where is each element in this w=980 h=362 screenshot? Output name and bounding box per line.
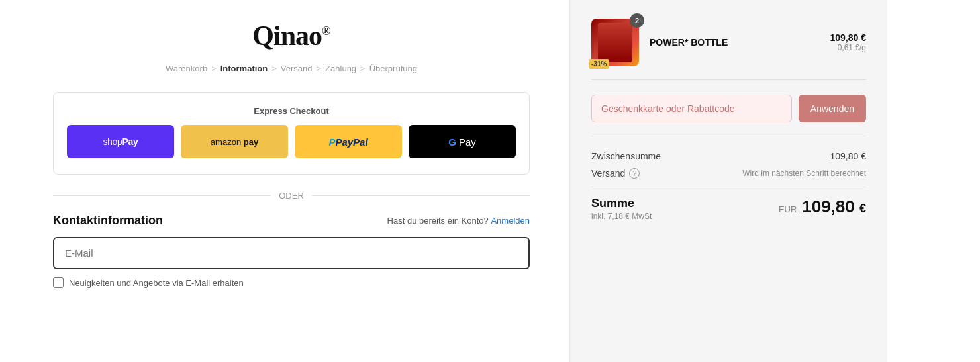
express-checkout-title: Express Checkout — [67, 106, 516, 116]
shoppay-button[interactable]: shopPay — [67, 125, 174, 158]
coupon-input[interactable] — [591, 95, 792, 122]
breadcrumb-sep-2: > — [271, 64, 277, 73]
paypal-label: PPayPal — [328, 136, 368, 148]
email-input[interactable] — [65, 248, 518, 259]
subtotal-label: Zwischensumme — [591, 151, 661, 161]
total-price-area: EUR 109,80 € — [779, 197, 866, 217]
coupon-row: Anwenden — [591, 95, 866, 136]
shipping-row: Versand ? Wird im nächsten Schritt berec… — [591, 168, 866, 179]
breadcrumb-sep-1: > — [211, 64, 217, 73]
breadcrumb-versand[interactable]: Versand — [281, 64, 313, 73]
coupon-apply-button[interactable]: Anwenden — [799, 95, 866, 122]
total-label: Summe — [591, 197, 652, 210]
logo-reg: ® — [322, 24, 330, 38]
total-row: Summe inkl. 7,18 € MwSt EUR 109,80 € — [591, 197, 866, 221]
newsletter-checkbox[interactable] — [53, 277, 64, 288]
or-label: ODER — [279, 191, 304, 201]
product-image-wrapper: 2 -31% — [591, 19, 639, 66]
breadcrumb-warenkorb[interactable]: Warenkorb — [166, 64, 207, 73]
badge-quantity: 2 — [630, 13, 644, 28]
total-amount: 109,80 € — [802, 197, 866, 216]
logo-area: Qinao® — [53, 20, 530, 52]
breadcrumb-sep-4: > — [360, 64, 366, 73]
product-price: 109,80 € — [830, 32, 867, 43]
product-row: 2 -31% POWER* BOTTLE 109,80 € 0,61 €/g — [591, 19, 866, 80]
amazonpay-button[interactable]: amazon pay — [181, 125, 288, 158]
shoppay-label: shopPay — [103, 136, 138, 147]
login-prompt: Hast du bereits ein Konto? Anmelden — [387, 216, 530, 226]
product-info: POWER* BOTTLE — [650, 37, 820, 48]
logo: Qinao® — [53, 20, 530, 52]
or-divider: ODER — [53, 191, 530, 201]
shipping-value: Wird im nächsten Schritt berechnet — [742, 169, 866, 178]
right-panel: 2 -31% POWER* BOTTLE 109,80 € 0,61 €/g A… — [569, 0, 887, 362]
total-label-area: Summe inkl. 7,18 € MwSt — [591, 197, 652, 221]
badge-discount: -31% — [589, 59, 609, 69]
total-tax: inkl. 7,18 € MwSt — [591, 212, 652, 221]
gpay-label: G Pay — [448, 136, 476, 148]
contact-section-title: Kontaktinformation — [53, 214, 163, 228]
subtotal-value: 109,80 € — [830, 151, 867, 161]
gpay-button[interactable]: G Pay — [409, 125, 516, 158]
newsletter-label: Neuigkeiten und Angebote via E-Mail erha… — [69, 278, 244, 288]
breadcrumb-zahlung[interactable]: Zahlung — [325, 64, 356, 73]
left-panel: Qinao® Warenkorb > Information > Versand… — [0, 0, 569, 362]
login-link[interactable]: Anmelden — [491, 216, 530, 226]
newsletter-row: Neuigkeiten und Angebote via E-Mail erha… — [53, 277, 530, 288]
breadcrumb-information[interactable]: Information — [220, 64, 268, 73]
breadcrumb: Warenkorb > Information > Versand > Zahl… — [53, 64, 530, 73]
summary-divider — [591, 187, 866, 187]
breadcrumb-ueberpruefung[interactable]: Überprüfung — [369, 64, 417, 73]
logo-text: Qinao — [252, 21, 322, 51]
product-price-area: 109,80 € 0,61 €/g — [830, 32, 867, 52]
paypal-button[interactable]: PPayPal — [295, 125, 402, 158]
shipping-label: Versand ? — [591, 168, 640, 179]
payment-buttons: shopPay amazon pay PPayPal G Pay — [67, 125, 516, 158]
contact-section-header: Kontaktinformation Hast du bereits ein K… — [53, 214, 530, 228]
express-checkout-container: Express Checkout shopPay amazon pay PPay… — [53, 92, 530, 175]
shipping-help-icon[interactable]: ? — [629, 168, 640, 179]
product-price-sub: 0,61 €/g — [830, 43, 867, 52]
email-input-wrapper[interactable] — [53, 237, 530, 269]
total-currency: EUR — [779, 204, 797, 214]
amazonpay-label: amazon pay — [211, 137, 258, 147]
product-image-inner — [598, 23, 632, 62]
product-name: POWER* BOTTLE — [650, 37, 820, 48]
subtotal-row: Zwischensumme 109,80 € — [591, 151, 866, 161]
breadcrumb-sep-3: > — [317, 64, 322, 73]
total-currency-symbol: € — [859, 202, 866, 215]
